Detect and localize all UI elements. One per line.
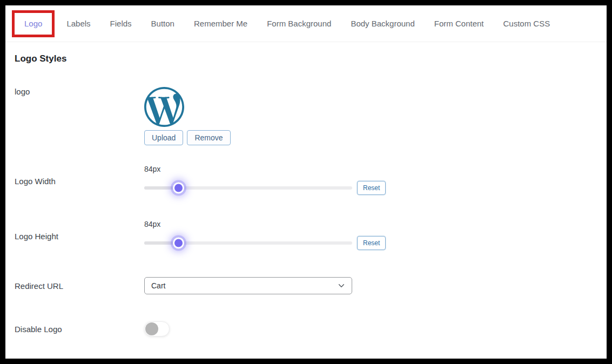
disable-logo-label: Disable Logo xyxy=(15,325,144,334)
logo-height-reset-button[interactable]: Reset xyxy=(357,236,386,250)
disable-logo-row: Disable Logo xyxy=(15,321,607,336)
logo-height-label: Logo Height xyxy=(15,220,144,250)
tab-fields[interactable]: Fields xyxy=(110,19,132,28)
tab-logo[interactable]: Logo xyxy=(24,19,42,28)
logo-width-reset-button[interactable]: Reset xyxy=(357,181,386,195)
disable-logo-toggle[interactable] xyxy=(144,321,170,336)
logo-width-value: 84px xyxy=(144,165,386,173)
style-tabs: Logo Labels Fields Button Remember Me Fo… xyxy=(5,5,607,42)
tab-form-background[interactable]: Form Background xyxy=(267,19,331,28)
tab-body-background[interactable]: Body Background xyxy=(351,19,414,28)
logo-width-label: Logo Width xyxy=(15,165,144,195)
logo-width-control: 84px Reset xyxy=(144,165,386,195)
logo-upload-control: Upload Remove xyxy=(144,87,231,145)
redirect-url-selected-value: Cart xyxy=(151,281,165,290)
remove-button[interactable]: Remove xyxy=(187,130,230,145)
logo-upload-row: logo Upload Remove xyxy=(15,87,607,145)
slider-track-fill xyxy=(144,241,179,245)
slider-thumb[interactable] xyxy=(174,239,183,247)
logo-height-value: 84px xyxy=(144,220,386,228)
upload-button[interactable]: Upload xyxy=(144,130,183,145)
slider-track-fill xyxy=(144,186,179,190)
toggle-knob xyxy=(145,322,158,335)
slider-thumb[interactable] xyxy=(174,184,183,192)
logo-width-row: Logo Width 84px Reset xyxy=(15,165,607,195)
logo-height-slider[interactable] xyxy=(144,239,352,247)
page-title: Logo Styles xyxy=(15,53,607,64)
media-buttons: Upload Remove xyxy=(144,130,231,145)
tab-remember-me[interactable]: Remember Me xyxy=(194,19,247,28)
tab-form-content[interactable]: Form Content xyxy=(434,19,484,28)
redirect-url-label: Redirect URL xyxy=(15,281,144,291)
settings-panel: Logo Labels Fields Button Remember Me Fo… xyxy=(0,0,612,364)
tab-labels[interactable]: Labels xyxy=(66,19,90,28)
logo-field-label: logo xyxy=(15,87,144,145)
logo-height-row: Logo Height 84px Reset xyxy=(15,220,607,250)
wordpress-logo-icon xyxy=(144,87,184,127)
save-row: Save Changes xyxy=(15,361,607,364)
redirect-url-select[interactable]: Cart xyxy=(144,277,352,294)
logo-height-control: 84px Reset xyxy=(144,220,386,250)
tab-custom-css[interactable]: Custom CSS xyxy=(503,19,550,28)
logo-width-slider[interactable] xyxy=(144,184,352,192)
chevron-down-icon xyxy=(338,282,345,289)
tab-button[interactable]: Button xyxy=(151,19,174,28)
redirect-url-row: Redirect URL Cart xyxy=(15,277,607,294)
logo-styles-section: Logo Styles logo Upload Remove Logo Widt… xyxy=(5,53,607,364)
annotation-box: Logo xyxy=(12,10,55,37)
save-changes-button[interactable]: Save Changes xyxy=(15,361,82,364)
